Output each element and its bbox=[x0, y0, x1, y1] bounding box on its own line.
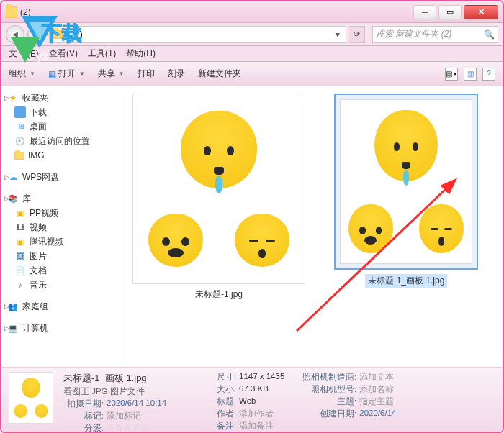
preview-pane-button[interactable]: ▥ bbox=[464, 68, 477, 81]
details-thumbnail bbox=[9, 372, 53, 424]
sidebar-video[interactable]: 🎞视频 bbox=[1, 220, 125, 234]
sidebar-desktop[interactable]: 🖥桌面 bbox=[1, 119, 125, 134]
sidebar: ▷★收藏夹 下载 🖥桌面 🕘最近访问的位置 IMG ▷☁WPS网盘 ▷📚库 ▣P… bbox=[1, 86, 125, 367]
details-note[interactable]: 添加备注 bbox=[239, 421, 274, 432]
sidebar-documents[interactable]: 📄文档 bbox=[1, 263, 125, 278]
share-button[interactable]: 共享▼ bbox=[98, 68, 125, 80]
view-options-button[interactable]: ▤▼ bbox=[445, 68, 458, 81]
menubar: 文 (E) 查看(V) 工具(T) 帮助(H) bbox=[1, 46, 503, 62]
sidebar-favorites[interactable]: ▷★收藏夹 bbox=[1, 91, 125, 105]
menu-help[interactable]: 帮助(H) bbox=[126, 47, 156, 60]
search-icon[interactable]: 🔍 bbox=[484, 29, 495, 40]
organize-button[interactable]: 组织▼ bbox=[9, 68, 35, 80]
details-dimensions: 1147 x 1435 bbox=[239, 372, 284, 383]
details-date[interactable]: 2020/6/14 10:14 bbox=[107, 398, 166, 409]
file-name: 未标题-1.jpg bbox=[132, 288, 305, 301]
sidebar-recent[interactable]: 🕘最近访问的位置 bbox=[1, 134, 125, 148]
file-item-2-selected[interactable]: 未标题-1_画板 1.jpg bbox=[334, 94, 478, 288]
address-bar[interactable]: ▸ (2) ▾ bbox=[49, 26, 346, 43]
file-list[interactable]: 未标题-1.jpg 未标题-1_画板 1.jpg bbox=[125, 86, 503, 367]
details-rating[interactable]: ☆☆☆☆☆ bbox=[107, 423, 150, 433]
details-filename: 未标题-1_画板 1.jpg bbox=[63, 372, 186, 385]
menu-tools[interactable]: 工具(T) bbox=[88, 47, 116, 60]
sidebar-downloads[interactable]: 下载 bbox=[1, 105, 125, 119]
breadcrumb[interactable]: (2) bbox=[72, 29, 83, 40]
details-size: 67.3 KB bbox=[239, 384, 269, 395]
menu-view[interactable]: 查看(V) bbox=[49, 47, 78, 60]
details-filetype: 看图王 JPG 图片文件 bbox=[63, 386, 186, 397]
search-box[interactable]: 搜索 新建文件夹 (2) 🔍 bbox=[372, 26, 498, 43]
sidebar-wps[interactable]: ▷☁WPS网盘 bbox=[1, 170, 125, 184]
forward-button[interactable]: ► bbox=[27, 25, 46, 44]
thumbnail bbox=[132, 94, 305, 284]
open-button[interactable]: ▦打开▼ bbox=[48, 68, 85, 80]
details-camera-maker[interactable]: 添加文本 bbox=[359, 372, 394, 383]
explorer-window: (2) ─ ▭ ✕ ◄ ► ▸ (2) ▾ ⟳ 搜索 新建文件夹 (2) 🔍 文… bbox=[0, 0, 504, 433]
sidebar-music[interactable]: ♪音乐 bbox=[1, 278, 125, 292]
details-created[interactable]: 2020/6/14 bbox=[359, 409, 396, 419]
menu-file[interactable]: 文 bbox=[9, 47, 17, 60]
sidebar-pictures[interactable]: 🖼图片 bbox=[1, 249, 125, 263]
body: ▷★收藏夹 下载 🖥桌面 🕘最近访问的位置 IMG ▷☁WPS网盘 ▷📚库 ▣P… bbox=[1, 86, 503, 367]
file-name: 未标题-1_画板 1.jpg bbox=[365, 274, 448, 288]
help-button[interactable]: ? bbox=[482, 68, 495, 81]
refresh-button[interactable]: ⟳ bbox=[349, 26, 365, 43]
close-button[interactable]: ✕ bbox=[464, 5, 498, 19]
folder-icon bbox=[6, 6, 17, 18]
sidebar-tencent[interactable]: ▣腾讯视频 bbox=[1, 234, 125, 249]
search-placeholder: 搜索 新建文件夹 (2) bbox=[376, 28, 451, 40]
file-item-1[interactable]: 未标题-1.jpg bbox=[132, 94, 305, 301]
details-pane: 未标题-1_画板 1.jpg 看图王 JPG 图片文件 拍摄日期:2020/6/… bbox=[1, 367, 503, 432]
sidebar-ppvideo[interactable]: ▣PP视频 bbox=[1, 206, 125, 220]
details-author[interactable]: 添加作者 bbox=[239, 409, 274, 419]
sidebar-computer[interactable]: ▷💻计算机 bbox=[1, 321, 125, 335]
titlebar[interactable]: (2) ─ ▭ ✕ bbox=[1, 1, 503, 23]
maximize-button[interactable]: ▭ bbox=[438, 5, 462, 19]
menu-edit[interactable]: (E) bbox=[27, 49, 39, 59]
details-tag[interactable]: 添加标记 bbox=[107, 411, 141, 421]
window-buttons: ─ ▭ ✕ bbox=[413, 5, 498, 19]
details-camera-model[interactable]: 添加名称 bbox=[359, 384, 394, 395]
print-button[interactable]: 打印 bbox=[138, 68, 155, 80]
folder-icon bbox=[53, 30, 63, 39]
back-button[interactable]: ◄ bbox=[6, 25, 24, 44]
address-dropdown[interactable]: ▾ bbox=[333, 29, 343, 40]
nav-bar: ◄ ► ▸ (2) ▾ ⟳ 搜索 新建文件夹 (2) 🔍 bbox=[1, 23, 503, 46]
toolbar: 组织▼ ▦打开▼ 共享▼ 打印 刻录 新建文件夹 ▤▼ ▥ ? bbox=[1, 62, 503, 86]
minimize-button[interactable]: ─ bbox=[413, 5, 436, 19]
sidebar-img[interactable]: IMG bbox=[1, 148, 125, 163]
sidebar-homegroup[interactable]: ▷👥家庭组 bbox=[1, 299, 125, 314]
burn-button[interactable]: 刻录 bbox=[168, 68, 185, 80]
details-subject[interactable]: 指定主题 bbox=[359, 396, 394, 407]
new-folder-button[interactable]: 新建文件夹 bbox=[198, 68, 241, 80]
details-title[interactable]: Web bbox=[239, 396, 256, 407]
window-title: (2) bbox=[20, 7, 31, 17]
sidebar-libraries[interactable]: ▷📚库 bbox=[1, 191, 125, 206]
thumbnail bbox=[334, 94, 478, 270]
